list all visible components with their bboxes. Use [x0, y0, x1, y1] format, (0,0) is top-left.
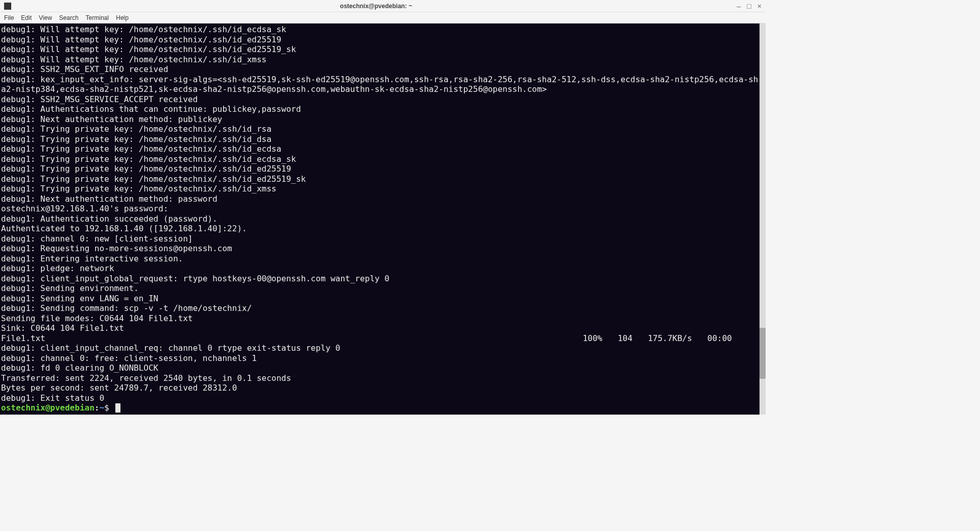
terminal-line: debug1: Trying private key: /home/ostech…: [1, 164, 758, 174]
terminal-line: Sink: C0644 104 File1.txt: [1, 323, 758, 333]
terminal-line: Bytes per second: sent 24789.7, received…: [1, 383, 758, 393]
menu-terminal[interactable]: Terminal: [86, 14, 109, 21]
terminal-line: Sending file modes: C0644 104 File1.txt: [1, 313, 758, 324]
terminal-line: debug1: Trying private key: /home/ostech…: [1, 184, 758, 194]
terminal-line: debug1: Next authentication method: publ…: [1, 114, 758, 125]
terminal-line: debug1: Next authentication method: pass…: [1, 194, 758, 204]
terminal-line: debug1: Will attempt key: /home/ostechni…: [1, 25, 758, 35]
maximize-button[interactable]: □: [747, 2, 751, 10]
terminal-line: debug1: Trying private key: /home/ostech…: [1, 144, 758, 154]
transfer-filename: File1.txt: [1, 333, 45, 344]
terminal-line: debug1: channel 0: new [client-session]: [1, 234, 758, 244]
window-controls: – □ ×: [737, 2, 762, 10]
transfer-bytes: 104: [618, 333, 632, 344]
file-transfer-line: File1.txt100%104175.7KB/s00:00: [1, 333, 758, 344]
terminal-line: debug1: Authentications that can continu…: [1, 104, 758, 114]
terminal-line: debug1: Exit status 0: [1, 393, 758, 403]
prompt-colon: :: [94, 403, 100, 413]
cursor: [115, 403, 120, 413]
terminal-line: debug1: pledge: network: [1, 263, 758, 274]
terminal-line: debug1: SSH2_MSG_EXT_INFO received: [1, 64, 758, 75]
close-button[interactable]: ×: [757, 2, 762, 10]
terminal-line: debug1: Sending environment.: [1, 283, 758, 294]
menu-help[interactable]: Help: [116, 14, 129, 21]
transfer-eta: 00:00: [707, 333, 732, 344]
scrollbar-thumb[interactable]: [760, 328, 766, 379]
app-icon: [4, 3, 11, 10]
terminal-output[interactable]: debug1: Will attempt key: /home/ostechni…: [0, 23, 760, 415]
terminal-line: debug1: Trying private key: /home/ostech…: [1, 154, 758, 164]
transfer-speed: 175.7KB/s: [648, 333, 692, 344]
terminal-line: debug1: kex_input_ext_info: server-sig-a…: [1, 75, 758, 94]
transfer-percent: 100%: [583, 333, 603, 344]
terminal-line: debug1: Authentication succeeded (passwo…: [1, 214, 758, 224]
terminal-area: debug1: Will attempt key: /home/ostechni…: [0, 23, 766, 415]
terminal-line: ostechnix@192.168.1.40's password:: [1, 204, 758, 214]
menubar: File Edit View Search Terminal Help: [0, 12, 766, 23]
menu-search[interactable]: Search: [59, 14, 79, 21]
terminal-line: debug1: Trying private key: /home/ostech…: [1, 124, 758, 134]
terminal-line: debug1: Sending env LANG = en_IN: [1, 294, 758, 304]
terminal-line: debug1: client_input_global_request: rty…: [1, 274, 758, 284]
window-title: ostechnix@pvedebian: ~: [15, 3, 737, 10]
terminal-line: debug1: Will attempt key: /home/ostechni…: [1, 44, 758, 55]
terminal-line: debug1: client_input_channel_req: channe…: [1, 343, 758, 353]
prompt-dollar: $: [104, 403, 109, 413]
menu-file[interactable]: File: [4, 14, 14, 21]
terminal-line: debug1: Will attempt key: /home/ostechni…: [1, 55, 758, 65]
prompt-path: ~: [100, 403, 105, 413]
window-titlebar: ostechnix@pvedebian: ~ – □ ×: [0, 0, 766, 12]
terminal-line: Authenticated to 192.168.1.40 ([192.168.…: [1, 224, 758, 234]
terminal-line: debug1: Will attempt key: /home/ostechni…: [1, 35, 758, 45]
scrollbar[interactable]: [760, 23, 766, 415]
terminal-line: debug1: Entering interactive session.: [1, 254, 758, 264]
menu-view[interactable]: View: [39, 14, 52, 21]
terminal-line: debug1: Sending command: scp -v -t /home…: [1, 303, 758, 313]
shell-prompt[interactable]: ostechnix@pvedebian:~$: [1, 403, 758, 413]
terminal-line: debug1: Trying private key: /home/ostech…: [1, 174, 758, 184]
terminal-line: debug1: channel 0: free: client-session,…: [1, 353, 758, 364]
menu-edit[interactable]: Edit: [21, 14, 32, 21]
terminal-line: debug1: SSH2_MSG_SERVICE_ACCEPT received: [1, 94, 758, 105]
terminal-line: debug1: Requesting no-more-sessions@open…: [1, 244, 758, 254]
terminal-line: debug1: fd 0 clearing O_NONBLOCK: [1, 363, 758, 373]
terminal-line: debug1: Trying private key: /home/ostech…: [1, 134, 758, 144]
prompt-user-host: ostechnix@pvedebian: [1, 403, 94, 413]
terminal-line: Transferred: sent 2224, received 2540 by…: [1, 373, 758, 383]
minimize-button[interactable]: –: [737, 2, 741, 10]
